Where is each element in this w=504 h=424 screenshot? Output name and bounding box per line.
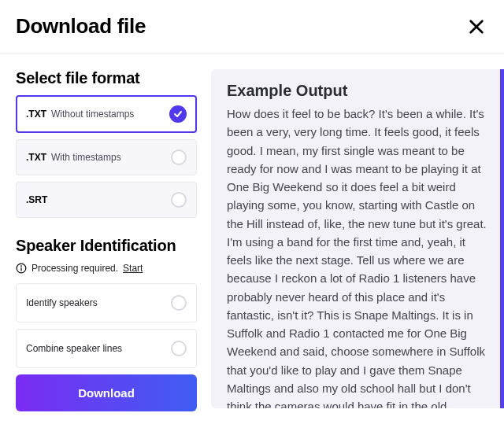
format-section-title: Select file format	[16, 69, 197, 87]
download-modal: Download file Select file format .TXT Wi…	[0, 0, 504, 424]
option-label: .SRT	[26, 194, 47, 205]
option-label: .TXT Without timestamps	[26, 109, 134, 120]
option-primary: .TXT	[26, 152, 46, 163]
format-option-srt[interactable]: .SRT	[16, 182, 197, 218]
toggle-combine-lines[interactable]: Combine speaker lines	[16, 329, 197, 368]
preview-body: How does it feel to be back? It's been a…	[227, 105, 488, 408]
speaker-section-title: Speaker Identification	[16, 237, 197, 255]
option-secondary: With timestamps	[51, 152, 121, 163]
option-label: .TXT With timestamps	[26, 152, 121, 163]
toggle-label: Combine speaker lines	[26, 343, 122, 354]
radio-empty-icon	[171, 295, 187, 311]
radio-selected-icon	[169, 105, 187, 123]
close-icon	[468, 18, 485, 35]
close-button[interactable]	[465, 15, 488, 39]
option-secondary: Without timestamps	[51, 109, 134, 120]
format-option-txt-timestamps[interactable]: .TXT With timestamps	[16, 139, 197, 175]
radio-empty-icon	[171, 192, 187, 208]
start-link[interactable]: Start	[123, 263, 143, 274]
modal-header: Download file	[0, 0, 504, 53]
right-panel: Example Output How does it feel to be ba…	[211, 69, 504, 408]
option-primary: .SRT	[26, 194, 47, 205]
radio-empty-icon	[171, 149, 187, 165]
download-button[interactable]: Download	[16, 374, 197, 411]
option-primary: .TXT	[26, 109, 46, 120]
preview-title: Example Output	[227, 82, 488, 100]
toggle-identify-speakers[interactable]: Identify speakers	[16, 283, 197, 323]
radio-empty-icon	[171, 341, 187, 356]
toggle-label: Identify speakers	[26, 297, 98, 308]
format-option-txt-no-timestamps[interactable]: .TXT Without timestamps	[16, 95, 197, 133]
example-output-panel[interactable]: Example Output How does it feel to be ba…	[211, 69, 504, 408]
processing-notice: Processing required. Start	[16, 263, 197, 274]
processing-text: Processing required.	[32, 263, 118, 274]
left-panel: Select file format .TXT Without timestam…	[16, 69, 197, 408]
info-icon	[16, 263, 27, 274]
modal-title: Download file	[16, 14, 146, 39]
modal-content: Select file format .TXT Without timestam…	[0, 53, 504, 424]
format-option-list: .TXT Without timestamps .TXT With timest…	[16, 95, 197, 218]
